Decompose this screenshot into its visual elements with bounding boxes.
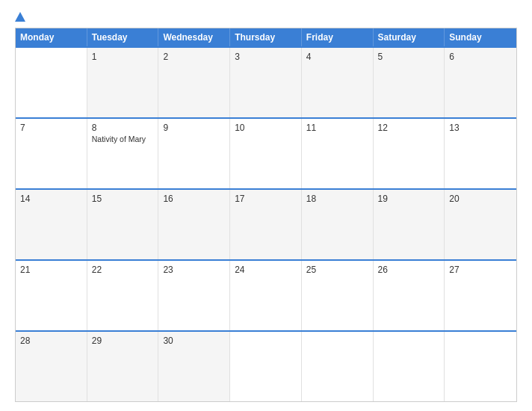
calendar-cell xyxy=(445,332,516,401)
calendar-grid: MondayTuesdayWednesdayThursdayFridaySatu… xyxy=(15,28,517,402)
header-day-monday: Monday xyxy=(16,28,87,46)
calendar-week-2: 78Nativity of Mary910111213 xyxy=(16,117,516,188)
calendar-cell: 4 xyxy=(302,48,374,117)
day-number: 8 xyxy=(92,123,154,133)
calendar-cell xyxy=(302,332,374,401)
calendar-cell: 24 xyxy=(230,261,302,330)
calendar-cell: 12 xyxy=(374,119,445,188)
calendar-cell: 20 xyxy=(445,190,516,259)
calendar-cell: 5 xyxy=(374,48,445,117)
logo xyxy=(15,12,28,22)
day-number: 7 xyxy=(20,123,82,133)
calendar-cell: 18 xyxy=(302,190,374,259)
calendar-cell: 29 xyxy=(87,332,159,401)
calendar-cell xyxy=(374,332,445,401)
calendar-cell: 8Nativity of Mary xyxy=(87,119,159,188)
day-number: 26 xyxy=(378,265,440,275)
day-number: 2 xyxy=(163,52,225,62)
page-header xyxy=(15,12,517,22)
calendar-cell: 16 xyxy=(158,190,230,259)
calendar-cell: 23 xyxy=(158,261,230,330)
header-day-sunday: Sunday xyxy=(445,28,516,46)
calendar-page: MondayTuesdayWednesdayThursdayFridaySatu… xyxy=(0,0,532,411)
header-day-wednesday: Wednesday xyxy=(158,28,230,46)
day-number: 25 xyxy=(306,265,368,275)
day-number: 12 xyxy=(378,123,440,133)
calendar-cell: 25 xyxy=(302,261,374,330)
calendar-cell: 3 xyxy=(230,48,302,117)
day-number: 30 xyxy=(163,336,225,346)
calendar-cell: 9 xyxy=(158,119,230,188)
day-number: 4 xyxy=(306,52,368,62)
day-number: 29 xyxy=(92,336,154,346)
day-number: 23 xyxy=(163,265,225,275)
day-number: 15 xyxy=(92,194,154,204)
calendar-cell: 17 xyxy=(230,190,302,259)
day-number: 5 xyxy=(378,52,440,62)
calendar-cell: 21 xyxy=(16,261,87,330)
calendar-cell: 13 xyxy=(445,119,516,188)
calendar-cell: 22 xyxy=(87,261,159,330)
day-number: 21 xyxy=(20,265,82,275)
day-number: 24 xyxy=(235,265,297,275)
day-number: 10 xyxy=(235,123,297,133)
day-number: 3 xyxy=(235,52,297,62)
calendar-week-4: 21222324252627 xyxy=(16,259,516,330)
calendar-header: MondayTuesdayWednesdayThursdayFridaySatu… xyxy=(16,28,516,46)
calendar-cell: 11 xyxy=(302,119,374,188)
event-label: Nativity of Mary xyxy=(92,135,154,143)
calendar-cell: 30 xyxy=(158,332,230,401)
calendar-cell xyxy=(230,332,302,401)
header-day-friday: Friday xyxy=(302,28,374,46)
calendar-cell: 14 xyxy=(16,190,87,259)
header-day-saturday: Saturday xyxy=(374,28,445,46)
day-number: 22 xyxy=(92,265,154,275)
calendar-cell: 1 xyxy=(87,48,159,117)
calendar-cell: 10 xyxy=(230,119,302,188)
day-number: 19 xyxy=(378,194,440,204)
day-number: 6 xyxy=(449,52,512,62)
day-number: 18 xyxy=(306,194,368,204)
calendar-cell: 26 xyxy=(374,261,445,330)
calendar-week-5: 282930 xyxy=(16,330,516,401)
day-number: 17 xyxy=(235,194,297,204)
day-number: 1 xyxy=(92,52,154,62)
day-number: 11 xyxy=(306,123,368,133)
calendar-week-3: 14151617181920 xyxy=(16,188,516,259)
calendar-week-1: 123456 xyxy=(16,46,516,117)
calendar-cell: 2 xyxy=(158,48,230,117)
logo-triangle-icon xyxy=(15,12,25,22)
calendar-cell: 6 xyxy=(445,48,516,117)
logo-blue-text xyxy=(15,12,28,22)
header-day-tuesday: Tuesday xyxy=(87,28,159,46)
calendar-cell: 15 xyxy=(87,190,159,259)
calendar-cell: 28 xyxy=(16,332,87,401)
day-number: 16 xyxy=(163,194,225,204)
calendar-cell: 19 xyxy=(374,190,445,259)
day-number: 27 xyxy=(449,265,512,275)
day-number: 14 xyxy=(20,194,82,204)
calendar-cell xyxy=(16,48,87,117)
calendar-cell: 27 xyxy=(445,261,516,330)
calendar-cell: 7 xyxy=(16,119,87,188)
header-day-thursday: Thursday xyxy=(230,28,302,46)
day-number: 13 xyxy=(449,123,512,133)
day-number: 9 xyxy=(163,123,225,133)
day-number: 28 xyxy=(20,336,82,346)
calendar-body: 12345678Nativity of Mary9101112131415161… xyxy=(16,46,516,401)
day-number: 20 xyxy=(449,194,512,204)
